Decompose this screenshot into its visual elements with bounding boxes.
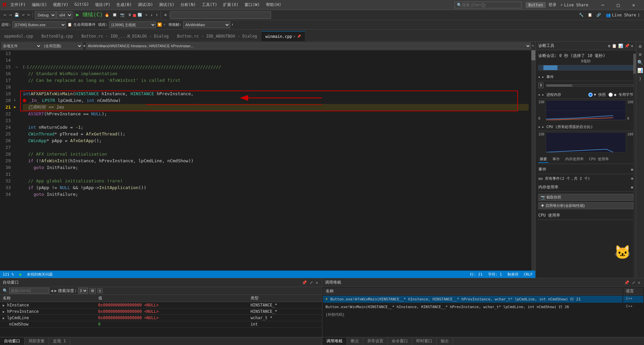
- minimize-button[interactable]: ─: [595, 0, 610, 10]
- var-row-ncmdshow[interactable]: nCmdShow 0 int: [0, 321, 322, 328]
- expand-icon[interactable]: ▶: [3, 316, 5, 320]
- toolbar-restart[interactable]: 🔄: [136, 12, 144, 18]
- tab-rc1[interactable]: Button.rc - IDD_...N_DIALOG - Dialog: [77, 31, 173, 41]
- toolbar-back[interactable]: ⟵: [3, 12, 8, 18]
- heap-analysis-button[interactable]: ◈ 启用堆分析(会影响性能): [538, 202, 633, 209]
- callstack-row-1[interactable]: ➤ Button.exe!AfxWinMain(HINSTANCE__* hIn…: [323, 296, 644, 303]
- callstack-pin-icon[interactable]: 📌: [623, 280, 630, 285]
- tab-rc2[interactable]: Button.rc - IDD_ABOUTBOX - Dialog: [173, 31, 261, 41]
- tab-cpu-usage[interactable]: CPU 使用率: [588, 156, 610, 163]
- thread-select[interactable]: [13996] 主线程: [109, 21, 156, 28]
- toolbar-save[interactable]: 💾: [13, 12, 20, 18]
- menu-build[interactable]: 生成(B): [114, 1, 135, 8]
- tab-breakpoints[interactable]: 断点: [347, 338, 363, 345]
- tab-buttondlg[interactable]: ButtonDlg.cpp: [38, 31, 77, 41]
- menu-analyze[interactable]: 分析(N): [178, 1, 199, 8]
- tab-events[interactable]: 事件: [551, 156, 561, 163]
- diag-pin-icon[interactable]: 📌: [625, 44, 630, 48]
- sidebar-expand-icon[interactable]: ⟩: [637, 75, 644, 82]
- tab-summary[interactable]: 摘要: [538, 156, 548, 163]
- toolbar-icon2[interactable]: 📋: [586, 12, 594, 18]
- continue-button[interactable]: ▶ 继续(C): [76, 11, 103, 18]
- watch-search-input[interactable]: [9, 288, 49, 294]
- global-search[interactable]: 🔍: [454, 2, 522, 8]
- sidebar-search-icon[interactable]: 🔍: [637, 59, 644, 66]
- snapshot-radio-input[interactable]: [588, 93, 593, 97]
- search-depth-select[interactable]: 3: [78, 288, 88, 294]
- toolbar-icon3[interactable]: 🔗: [595, 12, 602, 18]
- tab-command-window[interactable]: 命令窗口: [388, 338, 412, 345]
- fold-icon-20[interactable]: └: [13, 99, 15, 103]
- menu-view[interactable]: 视图(V): [50, 1, 71, 8]
- capture-snapshot-button[interactable]: 📷 截取快照: [538, 194, 633, 201]
- fire-icon[interactable]: 🔥: [103, 12, 111, 18]
- toolbar-attach[interactable]: 🔲: [111, 12, 118, 18]
- pane-float-icon[interactable]: ⤢: [309, 280, 314, 285]
- diag-copy-icon[interactable]: 📋: [612, 44, 617, 48]
- tab-callstack[interactable]: 调用堆栈: [322, 338, 347, 345]
- menu-help[interactable]: 帮助(H): [263, 1, 284, 8]
- menu-window[interactable]: 窗口(W): [242, 1, 263, 8]
- expand-icon[interactable]: ▶: [3, 303, 5, 307]
- live-share-toolbar[interactable]: 👥 Live Share ⟩: [603, 13, 643, 17]
- filter-toggle-btn[interactable]: ⚙: [89, 288, 96, 294]
- toolbar-redo[interactable]: ↪: [26, 12, 31, 18]
- expand-collapse-btn[interactable]: ±: [97, 288, 103, 293]
- var-row-lpcmdline[interactable]: ▶ lpCmdLine 0x0000000000000000 <NULL> wc…: [0, 315, 322, 321]
- filter-icon[interactable]: 🔽: [157, 22, 162, 27]
- events-sub-icon[interactable]: ⊕: [631, 167, 633, 172]
- tab-autowatch[interactable]: 自动窗口: [0, 338, 24, 345]
- function-scope-select[interactable]: AfxWinMain(HINSTANCE hInstance, HINSTANC…: [86, 43, 531, 49]
- tb-icon2[interactable]: ⚡: [163, 22, 166, 27]
- stack-icon[interactable]: ⬇: [231, 22, 234, 27]
- tab-output[interactable]: 输出: [437, 338, 453, 345]
- pause-button[interactable]: Ⅱ: [538, 82, 543, 88]
- menu-test[interactable]: 测试(S): [156, 1, 177, 8]
- callstack-row-3[interactable]: [外部代码]: [323, 311, 644, 318]
- tab-pin-icon[interactable]: 📌: [297, 35, 301, 38]
- menu-project[interactable]: 项目(P): [92, 1, 113, 8]
- callstack-float-icon[interactable]: ⤢: [631, 280, 636, 285]
- nav-forward-icon[interactable]: ▶: [54, 288, 57, 293]
- exclusive-radio-input[interactable]: [608, 93, 613, 97]
- restore-button[interactable]: □: [610, 0, 626, 10]
- tab-winmain[interactable]: winmain.cpp ✕ 📌: [261, 31, 305, 41]
- close-button[interactable]: ✕: [626, 0, 641, 10]
- toolbar-camera[interactable]: 📷: [119, 12, 126, 18]
- var-row-hprevinstance[interactable]: ▶ hPrevInstance 0x0000000000000000 <NULL…: [0, 308, 322, 315]
- scope-expand-icon[interactable]: +: [532, 44, 534, 48]
- pane-pin-icon[interactable]: 📌: [301, 280, 308, 285]
- cpu-expand-icon[interactable]: ▸: [538, 125, 541, 129]
- fold-icon-15[interactable]: ─: [16, 65, 18, 69]
- toolbar-icon1[interactable]: 🔧: [578, 12, 585, 18]
- menu-extensions[interactable]: 扩展(X): [220, 1, 241, 8]
- snapshot-radio[interactable]: ▼ 快照: [588, 92, 606, 97]
- diag-scrollbar-thumb[interactable]: [633, 54, 636, 74]
- tab-locals[interactable]: 局部变量: [24, 338, 49, 345]
- nav-back-icon[interactable]: ◀: [51, 288, 53, 293]
- tab-immediate[interactable]: 即时窗口: [412, 338, 437, 345]
- events-expand-icon[interactable]: ▸: [538, 75, 541, 79]
- toolbar-settings[interactable]: ⚙: [163, 12, 168, 18]
- tab-watch1[interactable]: 监视 1: [49, 338, 70, 345]
- var-row-hinstance[interactable]: ▶ hInstance 0x0000000000000000 <NULL> HI…: [0, 302, 322, 308]
- diag-settings-icon[interactable]: ⚙: [608, 44, 610, 48]
- scope-filter-select[interactable]: (全局范围): [42, 43, 83, 49]
- pane-close-icon[interactable]: ✕: [315, 280, 319, 285]
- menu-edit[interactable]: 编辑(E): [29, 1, 50, 8]
- sidebar-list-icon[interactable]: ≡: [637, 51, 644, 58]
- editor-scrollbar[interactable]: [531, 50, 535, 271]
- tab-appmodul[interactable]: appmodul.cpp: [0, 31, 38, 41]
- menu-tools[interactable]: 工具(T): [199, 1, 220, 8]
- stop-button[interactable]: ■: [133, 12, 136, 18]
- code-editor[interactable]: [-] ////////////////////////////////////…: [20, 50, 531, 271]
- all-events-icon[interactable]: ⊕: [631, 176, 633, 181]
- tab-exception-settings[interactable]: 异常设置: [363, 338, 388, 345]
- diag-scrollbar[interactable]: [633, 54, 636, 278]
- tab-close-icon[interactable]: ✕: [293, 35, 296, 38]
- diag-chart-icon[interactable]: 📊: [618, 44, 623, 48]
- toolbar-step-out[interactable]: ↑: [154, 12, 159, 18]
- diag-close-icon[interactable]: ✕: [631, 44, 633, 48]
- process-select[interactable]: [17496] Button.exe: [12, 21, 66, 28]
- fold-marker[interactable]: [-]: [23, 64, 29, 70]
